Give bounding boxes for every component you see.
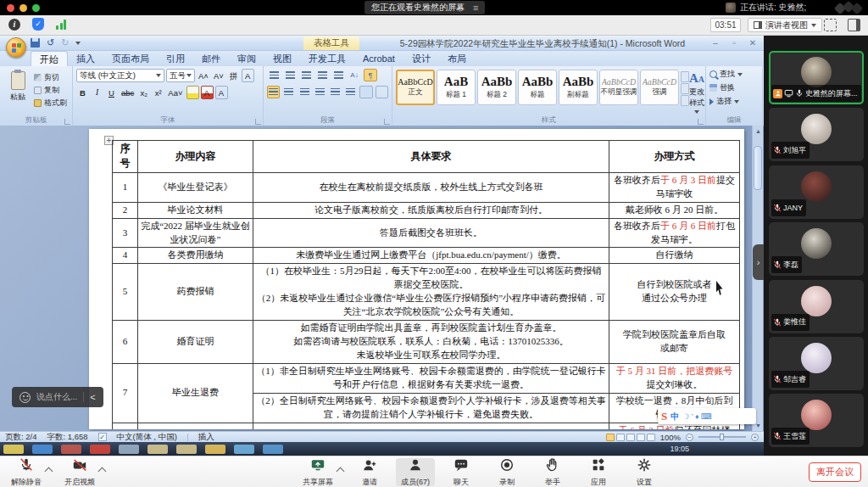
ribbon-tab-页面布局[interactable]: 页面布局 xyxy=(103,51,158,66)
cell-content[interactable]: 各类费用缴纳 xyxy=(138,248,253,264)
document-page[interactable]: + 序号办理内容具体要求办理方式 1《毕业生登记表》在校生在离校前提交纸质版，校… xyxy=(89,129,744,429)
leave-meeting-button[interactable]: 离开会议 xyxy=(809,462,861,482)
style-card-副标题[interactable]: AaBb副标题 xyxy=(559,70,598,105)
participant-tile[interactable]: 李磊 xyxy=(769,222,864,276)
redo-icon[interactable]: ↻ xyxy=(61,37,69,48)
decrease-indent-button[interactable] xyxy=(315,69,329,81)
cell-content[interactable]: 药费报销 xyxy=(138,264,253,321)
toolbar-unmute-button[interactable]: 解除静音 xyxy=(7,458,46,486)
ribbon-tab-视图[interactable]: 视图 xyxy=(264,51,300,66)
style-card-标题 2[interactable]: AaBb标题 2 xyxy=(477,70,516,105)
emoji-icon[interactable] xyxy=(19,392,31,403)
cell-no[interactable]: 8 xyxy=(113,423,138,429)
insert-mode-status[interactable]: 插入 xyxy=(198,432,214,443)
word-close-button[interactable]: ✕ xyxy=(747,38,759,48)
word-count[interactable]: 字数: 1,658 xyxy=(47,432,88,443)
ribbon-tab-引用[interactable]: 引用 xyxy=(158,51,193,66)
toolbar-members-button[interactable]: 成员(67) xyxy=(396,458,435,486)
strikethrough-button[interactable]: abc xyxy=(120,86,136,99)
sort-button[interactable]: A↓ xyxy=(348,69,361,81)
language-status[interactable]: 中文(简体 , 中国) xyxy=(117,432,177,443)
cell-requirement[interactable]: 答题后截图交各班班长。 xyxy=(253,218,609,248)
macos-traffic-lights[interactable] xyxy=(7,4,40,12)
character-border-button[interactable]: A xyxy=(215,86,228,99)
style-card-强调[interactable]: AaBbCcD强调 xyxy=(640,70,679,105)
increase-indent-button[interactable] xyxy=(331,69,345,81)
banner-menu-icon[interactable]: ≡ xyxy=(473,3,478,12)
office-button[interactable] xyxy=(6,37,26,58)
zoom-slider[interactable] xyxy=(698,436,746,438)
format-painter-button[interactable]: 格式刷 xyxy=(34,98,67,109)
ime-toolbar[interactable]: S 中 ☽ ’ ♦ ⌨ xyxy=(658,408,756,424)
shrink-font-button[interactable]: A˅ xyxy=(212,69,225,82)
numbering-button[interactable] xyxy=(283,69,297,81)
cell-method[interactable]: 戴老师收 6 月 20 日前。 xyxy=(609,202,740,218)
find-button[interactable]: 查找 xyxy=(709,69,759,80)
dialog-launcher-icon[interactable] xyxy=(64,119,70,125)
fullscreen-icon[interactable] xyxy=(824,19,837,31)
toolbar-chat-button[interactable]: 聊天 xyxy=(442,458,481,486)
toolbar-start-video-button[interactable]: 开启视频 xyxy=(60,458,99,486)
undo-icon[interactable]: ↺ xyxy=(47,37,54,48)
minimize-window-button[interactable] xyxy=(19,4,27,12)
bullets-button[interactable] xyxy=(267,69,281,81)
bold-button[interactable]: B xyxy=(76,86,89,99)
cell-no[interactable]: 7 xyxy=(113,363,138,423)
view-mode-buttons[interactable] xyxy=(606,434,655,441)
cell-no[interactable]: 1 xyxy=(113,172,138,202)
cell-requirement[interactable]: （1）在校毕业生：5月29日起，每天下午2:00至4:00，在校毕业生可以将医药… xyxy=(253,264,609,321)
cell-method[interactable]: 自行缴纳 xyxy=(609,248,740,264)
sidebar-layout-icon[interactable] xyxy=(848,19,860,31)
style-card-不明显强调[interactable]: AaBbCcD不明显强调 xyxy=(599,70,638,105)
chat-quick-bubble[interactable]: 说点什么... < xyxy=(12,387,103,407)
share-screen-menu-caret[interactable] xyxy=(337,467,345,476)
toolbar-settings-button[interactable]: 设置 xyxy=(625,458,664,486)
toolbar-raise-hand-button[interactable]: 举手 xyxy=(533,458,572,486)
document-area[interactable]: + 序号办理内容具体要求办理方式 1《毕业生登记表》在校生在离校前提交纸质版，校… xyxy=(0,126,764,431)
cell-requirement[interactable]: 在校的同学离校前归还，校外同学的书在校内的，可委托同学归还。确有困难的请联系 xyxy=(253,423,609,429)
zoom-slider-thumb[interactable] xyxy=(720,434,724,440)
cell-no[interactable]: 3 xyxy=(113,218,138,248)
cell-requirement[interactable]: 论文电子版离校前交，纸质版离校后自行打印邮寄到付。 xyxy=(253,202,609,218)
distribute-button[interactable] xyxy=(329,86,342,98)
cell-method[interactable]: 学院到校医院盖章后自取 或邮寄 xyxy=(609,321,740,364)
participant-tile[interactable]: 史雅然的屏幕... xyxy=(769,51,864,104)
show-marks-button[interactable]: ¶ xyxy=(364,69,377,81)
grow-font-button[interactable]: A˄ xyxy=(197,69,210,82)
cell-no[interactable]: 6 xyxy=(113,321,138,364)
close-window-button[interactable] xyxy=(7,4,14,12)
shading-button[interactable] xyxy=(359,86,372,98)
page-count[interactable]: 页数: 2/4 xyxy=(5,432,37,443)
start-video-menu-caret[interactable] xyxy=(98,467,107,476)
phonetic-guide-button[interactable]: 拼 xyxy=(227,69,240,82)
multilevel-list-button[interactable] xyxy=(299,69,313,81)
font-size-select[interactable]: 五号 xyxy=(166,69,195,82)
cell-requirement[interactable]: 未缴费毕业生通过网上缴费平台（jfpt.bua.edu.cn/payment/）… xyxy=(253,248,609,264)
ribbon-tab-Acrobat[interactable]: Acrobat xyxy=(354,51,403,66)
ribbon-tab-布局[interactable]: 布局 xyxy=(439,51,475,66)
paste-button[interactable]: 粘贴 xyxy=(5,71,31,112)
sogou-logo-icon[interactable]: S xyxy=(661,410,667,423)
dialog-launcher-icon[interactable] xyxy=(384,119,390,125)
dialog-launcher-icon[interactable] xyxy=(698,119,704,125)
cell-requirement[interactable]: 如需婚育证明由学院出具盖章，再到校医院盖计划生育办盖章。 如需咨询请与校医院联系… xyxy=(253,321,609,364)
change-case-button[interactable]: Aa˅ xyxy=(166,86,184,99)
italic-button[interactable]: I xyxy=(91,86,103,99)
cell-requirement[interactable]: （2）全日制研究生网络账号、校园卡余额退费到个人学补银行卡，涉及退费等相关事宜，… xyxy=(253,393,609,423)
cell-no[interactable]: 2 xyxy=(113,202,138,218)
cell-requirement[interactable]: （1）非全日制研究生毕业生网络账号、校园卡余额需退费的，由学院统一登记银行卡号和… xyxy=(253,363,609,393)
cell-requirement[interactable]: 在校生在离校前提交纸质版，校外生线上方式交到各班 xyxy=(253,172,609,202)
style-card-正文[interactable]: AaBbCcD正文 xyxy=(396,70,435,105)
unmute-menu-caret[interactable] xyxy=(45,467,53,476)
ribbon-tab-开始[interactable]: 开始 xyxy=(31,51,68,66)
ribbon-tab-插入[interactable]: 插入 xyxy=(68,51,103,66)
cell-method[interactable]: 于 5 月 31 日前，把退费账号提交刘琳收。 xyxy=(609,363,740,393)
clear-formatting-button[interactable]: A xyxy=(242,69,254,82)
underline-button[interactable]: U xyxy=(105,86,118,99)
scroll-up-icon[interactable]: ▲ xyxy=(754,127,762,135)
word-minimize-button[interactable]: – xyxy=(709,38,721,48)
highlight-color-button[interactable] xyxy=(186,86,199,99)
cell-content[interactable]: 归还图书资料 xyxy=(138,423,253,429)
word-restore-button[interactable]: ▫ xyxy=(728,38,740,48)
cell-content[interactable]: 《毕业生登记表》 xyxy=(138,172,253,202)
